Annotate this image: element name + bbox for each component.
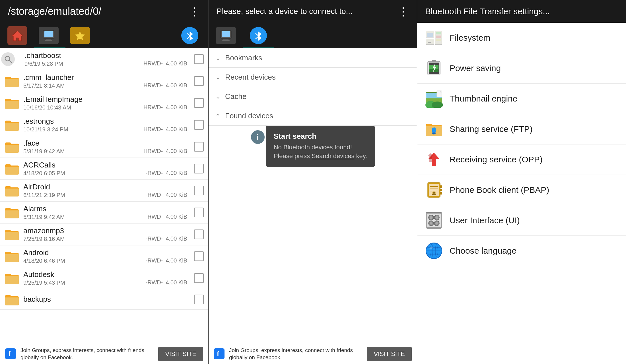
settings-item-language[interactable]: Choose language bbox=[417, 236, 626, 266]
tooltip-search-link[interactable]: Search devices bbox=[312, 152, 354, 160]
file-item-android[interactable]: Android 4/18/20 6:46 PM -RWD- 4.00 KiB bbox=[0, 245, 208, 267]
folder-icon-airdroid bbox=[5, 185, 19, 197]
file-checkbox-airdroid[interactable] bbox=[194, 186, 204, 195]
svg-point-64 bbox=[435, 222, 438, 225]
file-name-amazon: amazonmp3 bbox=[23, 226, 192, 235]
section-found-header[interactable]: ⌄ Found devices bbox=[209, 106, 417, 125]
file-checkbox-estrongs[interactable] bbox=[194, 120, 204, 130]
section-bookmarks-header[interactable]: ⌄ Bookmarks bbox=[209, 48, 417, 67]
file-info-alarms: Alarms 5/31/19 9:42 AM -RWD- 4.00 KiB bbox=[23, 204, 192, 220]
file-size-airdroid: 4.00 KiB bbox=[166, 192, 187, 198]
file-size-amazon: 4.00 KiB bbox=[166, 235, 187, 242]
file-item-airdroid[interactable]: AirDroid 6/11/21 2:19 PM -RWD- 4.00 KiB bbox=[0, 180, 208, 202]
file-item-chartboost[interactable]: .chartboost 9/6/19 5:28 PM HRWD- 4.00 Ki… bbox=[0, 48, 208, 70]
tab-device-middle[interactable] bbox=[211, 23, 243, 48]
svg-marker-5 bbox=[75, 31, 85, 41]
left-visit-button[interactable]: VISIT SITE bbox=[158, 347, 203, 361]
file-checkbox-email[interactable] bbox=[194, 98, 204, 108]
thumbnail-label: Thumbnail engine bbox=[450, 94, 518, 104]
svg-rect-21 bbox=[436, 32, 441, 34]
right-header-title: Bluetooth File Transfer settings... bbox=[425, 7, 550, 16]
middle-menu-icon[interactable]: ⋮ bbox=[398, 5, 409, 18]
file-perm-autodesk: -RWD- bbox=[146, 279, 163, 286]
middle-tab-bar bbox=[209, 23, 417, 48]
file-checkbox-acr[interactable] bbox=[194, 164, 204, 173]
svg-rect-2 bbox=[44, 31, 53, 37]
file-item-email[interactable]: .EmailTempImage 10/16/20 10:43 AM HRWD- … bbox=[0, 92, 208, 114]
file-name-autodesk: Autodesk bbox=[23, 270, 192, 279]
file-size-face: 4.00 KiB bbox=[166, 148, 187, 154]
settings-list: Filesystem Power saving bbox=[417, 23, 626, 364]
file-item-backups[interactable]: backups bbox=[0, 289, 208, 310]
file-date-alarms: 5/31/19 9:42 AM bbox=[23, 214, 65, 220]
file-date-face: 5/31/19 9:42 AM bbox=[23, 148, 65, 155]
settings-item-filesystem[interactable]: Filesystem bbox=[417, 23, 626, 53]
file-checkbox-autodesk[interactable] bbox=[194, 273, 204, 283]
filesystem-icon bbox=[424, 28, 444, 48]
settings-item-power[interactable]: Power saving bbox=[417, 53, 626, 84]
left-ad-bar: f Join Groups, express interests, connec… bbox=[0, 344, 208, 364]
file-checkbox-chartboost[interactable] bbox=[194, 54, 204, 64]
middle-header-title: Please, select a device to connect to... bbox=[217, 7, 353, 16]
middle-visit-button[interactable]: VISIT SITE bbox=[367, 347, 412, 361]
file-item-alarms[interactable]: Alarms 5/31/19 9:42 AM -RWD- 4.00 KiB bbox=[0, 202, 208, 224]
tab-bluetooth-middle[interactable] bbox=[243, 23, 274, 48]
settings-item-phonebook[interactable]: Phone Book client (PBAP) bbox=[417, 175, 626, 205]
file-info-acr: ACRCalls 4/18/20 6:05 PM -RWD- 4.00 KiB bbox=[23, 161, 192, 177]
file-perm-airdroid: -RWD- bbox=[146, 192, 163, 198]
folder-icon-amazon bbox=[5, 228, 19, 240]
file-item-acr[interactable]: ACRCalls 4/18/20 6:05 PM -RWD- 4.00 KiB bbox=[0, 158, 208, 180]
folder-icon-face bbox=[5, 141, 19, 153]
settings-item-thumbnail[interactable]: Thumbnail engine bbox=[417, 84, 626, 114]
left-menu-icon[interactable]: ⋮ bbox=[189, 5, 200, 18]
file-checkbox-android[interactable] bbox=[194, 251, 204, 261]
file-info-autodesk: Autodesk 9/25/19 5:43 PM -RWD- 4.00 KiB bbox=[23, 270, 192, 286]
settings-item-receiving[interactable]: Receiving service (OPP) bbox=[417, 144, 626, 175]
tooltip-info-icon: i bbox=[251, 130, 265, 144]
file-size-autodesk: 4.00 KiB bbox=[166, 279, 187, 286]
file-item-autodesk[interactable]: Autodesk 9/25/19 5:43 PM -RWD- 4.00 KiB bbox=[0, 267, 208, 289]
file-size-alarms: 4.00 KiB bbox=[166, 214, 187, 220]
section-cache-header[interactable]: ⌄ Cache bbox=[209, 87, 417, 106]
folder-icon-email bbox=[5, 97, 19, 109]
file-item-cmm[interactable]: .cmm_launcher 5/17/21 8:14 AM HRWD- 4.00… bbox=[0, 70, 208, 92]
tab-device[interactable] bbox=[34, 23, 65, 48]
tooltip-line2: Please press bbox=[274, 152, 312, 160]
section-cache: ⌄ Cache bbox=[209, 87, 417, 106]
folder-icon-backups bbox=[5, 293, 19, 305]
file-checkbox-backups[interactable] bbox=[194, 295, 204, 304]
file-size-estrongs: 4.00 KiB bbox=[166, 126, 187, 133]
file-checkbox-cmm[interactable] bbox=[194, 76, 204, 86]
tab-home[interactable] bbox=[3, 23, 34, 48]
file-checkbox-face[interactable] bbox=[194, 142, 204, 152]
file-item-amazon[interactable]: amazonmp3 7/25/19 8:16 AM -RWD- 4.00 KiB bbox=[0, 224, 208, 245]
file-perm-chartboost: HRWD- bbox=[143, 60, 163, 67]
file-item-face[interactable]: .face 5/31/19 9:42 AM HRWD- 4.00 KiB bbox=[0, 136, 208, 158]
tab-bluetooth-left[interactable] bbox=[174, 23, 205, 48]
receiving-label: Receiving service (OPP) bbox=[450, 155, 543, 164]
ui-icon bbox=[424, 210, 444, 230]
file-size-acr: 4.00 KiB bbox=[166, 170, 187, 176]
svg-marker-0 bbox=[12, 31, 23, 41]
device-list: ⌄ Bookmarks ⌄ Recent devices ⌄ Cache ⌄ F… bbox=[209, 48, 417, 344]
section-recent-label: Recent devices bbox=[225, 73, 276, 82]
file-size-email: 4.00 KiB bbox=[166, 104, 187, 111]
tab-favorites[interactable] bbox=[65, 23, 97, 48]
section-recent-header[interactable]: ⌄ Recent devices bbox=[209, 68, 417, 87]
svg-line-7 bbox=[9, 60, 12, 63]
thumbnail-icon bbox=[424, 89, 444, 109]
left-header-title: /storage/emulated/0/ bbox=[8, 5, 101, 17]
file-item-estrongs[interactable]: .estrongs 10/21/19 3:24 PM HRWD- 4.00 Ki… bbox=[0, 114, 208, 136]
svg-rect-53 bbox=[440, 189, 442, 191]
file-checkbox-alarms[interactable] bbox=[194, 208, 204, 217]
file-perm-estrongs: HRWD- bbox=[143, 126, 163, 133]
file-size-chartboost: 4.00 KiB bbox=[166, 60, 187, 67]
file-checkbox-amazon[interactable] bbox=[194, 229, 204, 239]
file-name-backups: backups bbox=[23, 295, 192, 304]
tooltip-box: Start search No Bluetooth devices found!… bbox=[266, 126, 375, 167]
settings-item-ui[interactable]: User Interface (UI) bbox=[417, 205, 626, 236]
settings-item-sharing[interactable]: Sharing service (FTP) bbox=[417, 114, 626, 144]
file-name-android: Android bbox=[23, 248, 192, 257]
power-label: Power saving bbox=[450, 63, 501, 73]
section-found: ⌄ Found devices bbox=[209, 106, 417, 126]
